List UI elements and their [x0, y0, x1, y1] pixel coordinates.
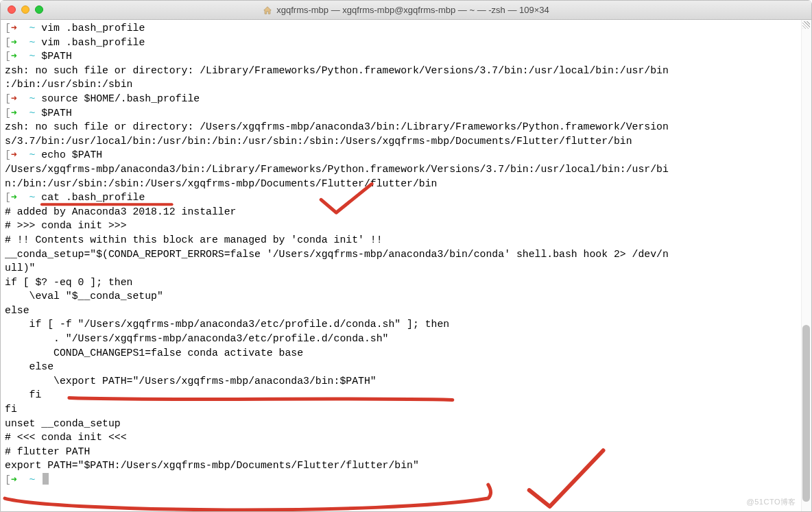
home-icon: [263, 5, 272, 15]
traffic-lights: [8, 5, 43, 14]
prompt-line: [➜ ~ source $HOME/.bash_profile]: [5, 92, 809, 106]
prompt-line: [➜ ~ cat .bash_profile]: [5, 191, 809, 205]
prompt-line: [➜ ~ $PATH]: [5, 106, 809, 121]
scrollbar-track[interactable]: [801, 20, 811, 511]
output-line: zsh: no such file or directory: /Library…: [5, 64, 809, 78]
output-line: s/3.7/bin:/usr/local/bin:/usr/bin:/bin:/…: [5, 134, 809, 149]
prompt-arrow-icon: ➜: [11, 108, 17, 119]
output-text: \eval "$__conda_setup": [5, 289, 163, 304]
output-line: ull)": [5, 261, 809, 276]
output-line: export PATH="$PATH:/Users/xgqfrms-mbp/Do…: [5, 459, 809, 473]
prompt-arrow-icon: ➜: [11, 51, 17, 62]
zoom-icon[interactable]: [35, 5, 43, 14]
scrollbar-thumb[interactable]: [802, 325, 810, 502]
output-line: # flutter PATH: [5, 445, 809, 459]
prompt-tilde: ~: [29, 93, 36, 104]
command-text: vim .bash_profile: [41, 23, 145, 34]
output-line: zsh: no such file or directory: /Users/x…: [5, 120, 809, 134]
terminal-body[interactable]: [➜ ~ vim .bash_profile][➜ ~ vim .bash_pr…: [1, 20, 811, 511]
prompt-arrow-icon: ➜: [11, 37, 17, 48]
window-title-text: xgqfrms-mbp — xgqfrms-mbp@xgqfrms-mbp — …: [276, 5, 549, 15]
output-text: if [ $? -eq 0 ]; then: [5, 276, 132, 290]
output-line: \export PATH="/Users/xgqfrms-mbp/anacond…: [5, 374, 809, 389]
window-title: xgqfrms-mbp — xgqfrms-mbp@xgqfrms-mbp — …: [263, 5, 549, 15]
output-text: # <<< conda init <<<: [5, 430, 127, 445]
output-line: unset __conda_setup: [5, 417, 809, 431]
command-text: vim .bash_profile: [41, 37, 145, 48]
output-line: if [ $? -eq 0 ]; then: [5, 276, 809, 290]
prompt-tilde: ~: [29, 108, 36, 119]
prompt-line: [➜ ~ echo $PATH]: [5, 148, 809, 162]
output-text: zsh: no such file or directory: /Library…: [5, 64, 669, 78]
close-icon[interactable]: [8, 5, 16, 14]
prompt-arrow-icon: ➜: [11, 474, 17, 485]
output-text: :/bin:/usr/sbin:/sbin: [5, 77, 132, 92]
output-line: # >>> conda init >>>: [5, 219, 809, 233]
output-text: ull)": [5, 261, 35, 276]
output-text: # added by Anaconda3 2018.12 installer: [5, 205, 236, 219]
prompt-arrow-icon: ➜: [11, 192, 17, 203]
prompt-line: [➜ ~ vim .bash_profile]: [5, 36, 809, 50]
output-line: \eval "$__conda_setup": [5, 289, 809, 304]
prompt-tilde: ~: [29, 192, 36, 203]
window-titlebar[interactable]: xgqfrms-mbp — xgqfrms-mbp@xgqfrms-mbp — …: [1, 1, 811, 20]
output-text: zsh: no such file or directory: /Users/x…: [5, 120, 669, 134]
output-line: # !! Contents within this block are mana…: [5, 233, 809, 247]
prompt-arrow-icon: ➜: [11, 93, 17, 104]
output-line: __conda_setup="$(CONDA_REPORT_ERRORS=fal…: [5, 247, 809, 262]
terminal-window: xgqfrms-mbp — xgqfrms-mbp@xgqfrms-mbp — …: [0, 0, 812, 512]
scroll-hatch-icon: [802, 21, 810, 29]
prompt-tilde: ~: [29, 474, 36, 485]
watermark-text: @51CTO博客: [747, 497, 796, 507]
command-text: $PATH: [41, 51, 71, 62]
command-text: cat .bash_profile: [41, 192, 145, 203]
output-text: else: [5, 304, 29, 318]
prompt-arrow-icon: ➜: [11, 149, 17, 160]
output-text: /Users/xgqfrms-mbp/anaconda3/bin:/Librar…: [5, 162, 669, 177]
output-text: if [ -f "/Users/xgqfrms-mbp/anaconda3/et…: [5, 317, 449, 332]
output-line: . "/Users/xgqfrms-mbp/anaconda3/etc/prof…: [5, 332, 809, 346]
output-text: # !! Contents within this block are mana…: [5, 233, 383, 247]
output-line: if [ -f "/Users/xgqfrms-mbp/anaconda3/et…: [5, 317, 809, 332]
output-text: fi: [5, 402, 17, 417]
prompt-line: [➜ ~ $PATH]: [5, 49, 809, 64]
command-text: source $HOME/.bash_profile: [41, 93, 200, 104]
output-text: export PATH="$PATH:/Users/xgqfrms-mbp/Do…: [5, 459, 419, 473]
output-text: unset __conda_setup: [5, 417, 121, 431]
output-line: :/bin:/usr/sbin:/sbin: [5, 77, 809, 92]
cursor-icon: [43, 473, 49, 485]
prompt-tilde: ~: [29, 37, 36, 48]
prompt-tilde: ~: [29, 149, 36, 160]
output-text: fi: [5, 388, 41, 402]
minimize-icon[interactable]: [21, 5, 29, 14]
output-line: # <<< conda init <<<: [5, 430, 809, 445]
output-line: fi: [5, 388, 809, 402]
output-line: n:/bin:/usr/sbin:/sbin:/Users/xgqfrms-mb…: [5, 177, 809, 191]
output-line: CONDA_CHANGEPS1=false conda activate bas…: [5, 346, 809, 361]
output-text: CONDA_CHANGEPS1=false conda activate bas…: [5, 346, 303, 361]
output-text: __conda_setup="$(CONDA_REPORT_ERRORS=fal…: [5, 247, 669, 262]
prompt-tilde: ~: [29, 23, 36, 34]
output-text: \export PATH="/Users/xgqfrms-mbp/anacond…: [5, 374, 377, 389]
output-text: . "/Users/xgqfrms-mbp/anaconda3/etc/prof…: [5, 332, 388, 346]
prompt-line: [➜ ~ vim .bash_profile]: [5, 21, 809, 36]
output-text: # >>> conda init >>>: [5, 219, 127, 233]
output-line: /Users/xgqfrms-mbp/anaconda3/bin:/Librar…: [5, 162, 809, 177]
terminal-body-wrap: [➜ ~ vim .bash_profile][➜ ~ vim .bash_pr…: [1, 20, 811, 511]
prompt-tilde: ~: [29, 51, 36, 62]
output-text: # flutter PATH: [5, 445, 90, 459]
output-text: n:/bin:/usr/sbin:/sbin:/Users/xgqfrms-mb…: [5, 177, 437, 191]
prompt-arrow-icon: ➜: [11, 23, 17, 34]
output-line: else: [5, 304, 809, 318]
output-line: fi: [5, 402, 809, 417]
output-text: s/3.7/bin:/usr/local/bin:/usr/bin:/bin:/…: [5, 134, 632, 149]
output-line: # added by Anaconda3 2018.12 installer: [5, 205, 809, 219]
output-line: else: [5, 360, 809, 374]
prompt-line: [➜ ~: [5, 473, 809, 487]
output-text: else: [5, 360, 53, 374]
command-text: $PATH: [41, 108, 71, 119]
command-text: echo $PATH: [41, 149, 102, 160]
